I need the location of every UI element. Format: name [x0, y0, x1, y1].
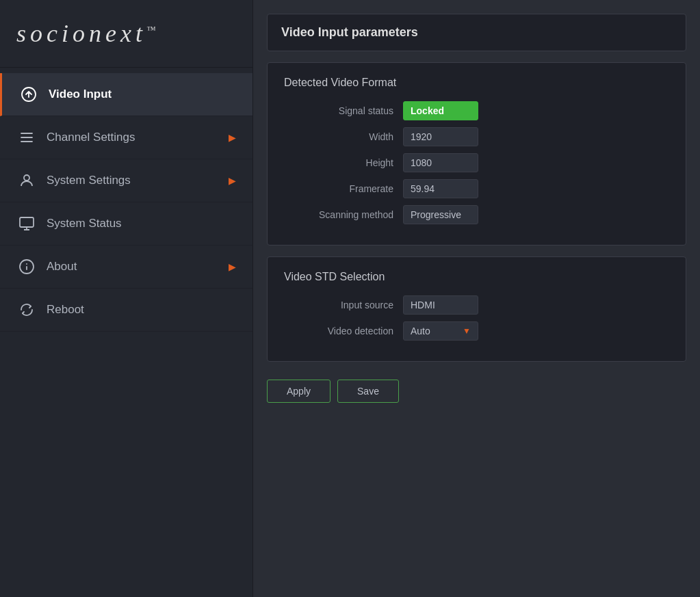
apply-button[interactable]: Apply: [267, 380, 330, 403]
monitor-icon: [16, 213, 37, 234]
action-buttons: Apply Save: [267, 380, 686, 403]
field-row-scanning-method: Scanning method Progressive: [284, 205, 669, 224]
navigation: Video Input Channel Settings ▶ System Se…: [0, 73, 252, 332]
save-button[interactable]: Save: [337, 380, 399, 403]
svg-rect-2: [20, 217, 34, 227]
logo-text: socionext: [16, 20, 146, 47]
logo-area: socionext™: [0, 0, 252, 68]
page-title: Video Input parameters: [281, 25, 672, 40]
label-signal-status: Signal status: [284, 105, 393, 116]
select-video-detection-value: Auto: [411, 326, 430, 336]
sidebar-item-about[interactable]: About ▶: [0, 246, 252, 289]
sidebar-item-reboot[interactable]: Reboot: [0, 289, 252, 332]
label-height: Height: [284, 157, 393, 168]
label-width: Width: [284, 131, 393, 142]
label-framerate: Framerate: [284, 183, 393, 194]
value-scanning-method: Progressive: [403, 205, 478, 224]
panel-title-detected: Detected Video Format: [284, 77, 669, 89]
user-icon: [16, 170, 37, 191]
page-title-bar: Video Input parameters: [267, 14, 686, 51]
upload-icon: [18, 84, 39, 105]
label-video-detection: Video detection: [284, 326, 393, 336]
panel-title-video-std: Video STD Selection: [284, 271, 669, 283]
main-content: Video Input parameters Detected Video Fo…: [253, 0, 700, 597]
field-row-input-source: Input source HDMI: [284, 295, 669, 315]
field-row-width: Width 1920: [284, 127, 669, 146]
value-framerate: 59.94: [403, 179, 478, 198]
settings-icon: [16, 127, 37, 148]
chevron-right-icon: ▶: [229, 175, 236, 186]
sidebar-item-video-input[interactable]: Video Input: [0, 73, 252, 116]
sidebar-item-system-settings[interactable]: System Settings ▶: [0, 159, 252, 202]
field-row-height: Height 1080: [284, 153, 669, 172]
sidebar-item-label: System Status: [47, 217, 122, 230]
select-video-detection[interactable]: Auto ▼: [403, 321, 478, 341]
field-row-framerate: Framerate 59.94: [284, 179, 669, 198]
chevron-down-icon: ▼: [463, 326, 471, 336]
sidebar-item-label: Channel Settings: [47, 131, 135, 144]
field-row-video-detection: Video detection Auto ▼: [284, 321, 669, 341]
sidebar-item-label: Reboot: [47, 303, 84, 317]
chevron-right-icon: ▶: [229, 132, 236, 143]
label-scanning-method: Scanning method: [284, 209, 393, 220]
info-icon: [16, 256, 37, 277]
sidebar-item-label: System Settings: [47, 174, 131, 187]
value-signal-status: Locked: [403, 101, 478, 120]
svg-point-1: [24, 175, 29, 181]
value-width: 1920: [403, 127, 478, 146]
sidebar-item-label: Video Input: [49, 88, 112, 101]
field-row-signal-status: Signal status Locked: [284, 101, 669, 120]
sidebar-item-channel-settings[interactable]: Channel Settings ▶: [0, 116, 252, 159]
value-height: 1080: [403, 153, 478, 172]
video-std-selection-panel: Video STD Selection Input source HDMI Vi…: [267, 256, 686, 362]
logo: socionext™: [16, 19, 236, 48]
chevron-right-icon: ▶: [229, 261, 236, 272]
reboot-icon: [16, 300, 37, 320]
label-input-source: Input source: [284, 300, 393, 310]
value-input-source: HDMI: [403, 295, 478, 315]
sidebar-item-label: About: [47, 260, 77, 274]
sidebar-item-system-status[interactable]: System Status: [0, 202, 252, 246]
detected-video-format-panel: Detected Video Format Signal status Lock…: [267, 62, 686, 246]
sidebar: socionext™ Video Input Channel Settings …: [0, 0, 253, 597]
logo-tm: ™: [146, 25, 156, 35]
